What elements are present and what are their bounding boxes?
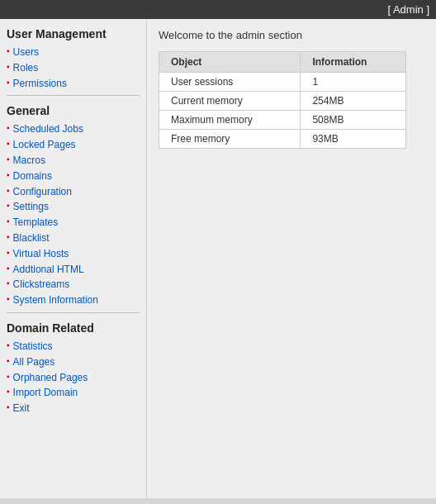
sidebar-item-configuration[interactable]: Configuration — [13, 185, 72, 199]
sidebar-item-virtual-hosts[interactable]: Virtual Hosts — [13, 247, 69, 261]
list-item: Domains — [7, 169, 140, 183]
list-item: Locked Pages — [7, 138, 140, 152]
sidebar: User Management Users Roles Permissions … — [0, 19, 147, 498]
list-item: Addtional HTML — [7, 263, 140, 277]
table-row: User sessions1 — [159, 73, 406, 92]
table-cell-object: Current memory — [159, 92, 301, 111]
list-item: Settings — [7, 200, 140, 214]
general-nav: Scheduled Jobs Locked Pages Macros Domai… — [7, 122, 140, 307]
table-cell-object: Maximum memory — [159, 111, 301, 130]
admin-label: [ Admin ] — [387, 3, 429, 16]
info-table: Object Information User sessions1Current… — [159, 51, 406, 149]
table-cell-info: 1 — [301, 73, 406, 92]
table-cell-info: 254MB — [301, 92, 406, 111]
sidebar-item-locked-pages[interactable]: Locked Pages — [13, 138, 76, 152]
sidebar-item-macros[interactable]: Macros — [13, 154, 45, 168]
user-management-title: User Management — [7, 27, 140, 40]
sidebar-item-system-information[interactable]: System Information — [13, 293, 98, 307]
domain-related-title: Domain Related — [7, 321, 140, 335]
list-item: Blacklist — [7, 231, 140, 245]
list-item: Templates — [7, 216, 140, 230]
sidebar-item-all-pages[interactable]: All Pages — [13, 355, 55, 369]
table-row: Free memory93MB — [159, 130, 406, 149]
list-item: Orphaned Pages — [7, 371, 140, 385]
sidebar-item-scheduled-jobs[interactable]: Scheduled Jobs — [13, 122, 83, 136]
main-content: Welcome to the admin section Object Info… — [147, 19, 436, 498]
layout: User Management Users Roles Permissions … — [0, 19, 436, 498]
list-item: Import Domain — [7, 386, 140, 400]
sidebar-item-additional-html[interactable]: Addtional HTML — [13, 263, 84, 277]
sidebar-item-blacklist[interactable]: Blacklist — [13, 231, 50, 245]
list-item: Configuration — [7, 185, 140, 199]
sidebar-item-import-domain[interactable]: Import Domain — [13, 386, 78, 400]
top-bar: [ Admin ] — [0, 0, 436, 19]
list-item: Macros — [7, 154, 140, 168]
table-cell-object: Free memory — [159, 130, 301, 149]
divider — [7, 312, 140, 313]
user-management-nav: Users Roles Permissions — [7, 45, 140, 90]
table-row: Maximum memory508MB — [159, 111, 406, 130]
sidebar-item-permissions[interactable]: Permissions — [13, 77, 67, 91]
sidebar-item-templates[interactable]: Templates — [13, 216, 59, 230]
table-row: Current memory254MB — [159, 92, 406, 111]
welcome-message: Welcome to the admin section — [159, 29, 424, 41]
list-item: Users — [7, 45, 140, 59]
table-cell-info: 508MB — [301, 111, 406, 130]
domain-related-nav: Statistics All Pages Orphaned Pages Impo… — [7, 340, 140, 416]
list-item: Virtual Hosts — [7, 247, 140, 261]
list-item: Roles — [7, 61, 140, 75]
list-item: Exit — [7, 402, 140, 416]
list-item: System Information — [7, 293, 140, 307]
list-item: Scheduled Jobs — [7, 122, 140, 136]
sidebar-item-exit[interactable]: Exit — [13, 402, 30, 416]
sidebar-item-settings[interactable]: Settings — [13, 200, 49, 214]
list-item: All Pages — [7, 355, 140, 369]
table-cell-object: User sessions — [159, 73, 301, 92]
table-cell-info: 93MB — [301, 130, 406, 149]
divider — [7, 95, 140, 96]
sidebar-item-clickstreams[interactable]: Clickstreams — [13, 278, 70, 292]
list-item: Clickstreams — [7, 278, 140, 292]
general-title: General — [7, 104, 140, 117]
sidebar-item-orphaned-pages[interactable]: Orphaned Pages — [13, 371, 88, 385]
list-item: Permissions — [7, 77, 140, 91]
info-table-body: User sessions1Current memory254MBMaximum… — [159, 73, 406, 149]
sidebar-item-roles[interactable]: Roles — [13, 61, 39, 75]
list-item: Statistics — [7, 340, 140, 354]
sidebar-item-domains[interactable]: Domains — [13, 169, 52, 183]
table-header-information: Information — [301, 52, 406, 73]
sidebar-item-users[interactable]: Users — [13, 45, 39, 59]
sidebar-item-statistics[interactable]: Statistics — [13, 340, 53, 354]
table-header-object: Object — [159, 52, 301, 73]
